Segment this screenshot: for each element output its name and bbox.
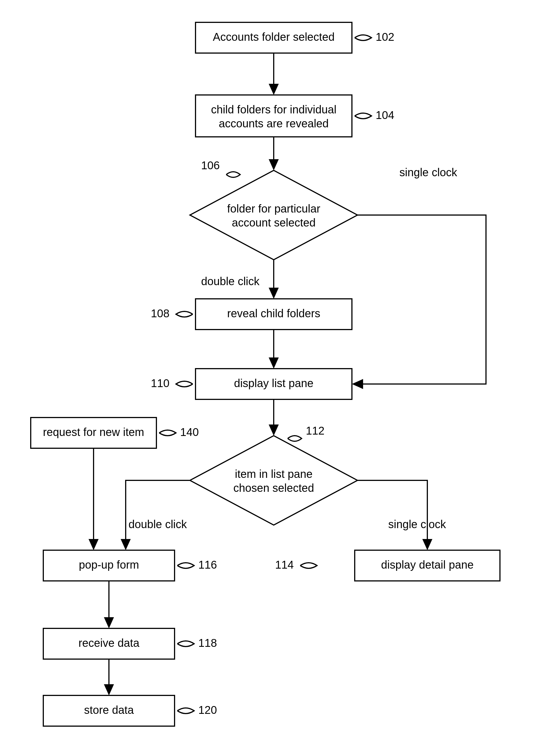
edge-112-left-label: double click — [128, 518, 187, 530]
node-104: child folders for individual accounts ar… — [195, 95, 352, 137]
callout-112: 112 — [288, 424, 325, 441]
arrow-104-106 — [269, 137, 279, 171]
callout-102: 102 — [355, 31, 395, 43]
node-114: display detail pane — [355, 550, 500, 581]
svg-marker-5 — [269, 288, 279, 299]
node-118: receive data — [43, 628, 175, 659]
arrow-118-120 — [104, 659, 114, 696]
arrow-102-104 — [269, 53, 279, 95]
callout-104: 104 — [355, 109, 395, 121]
edge-112-right-label: single clock — [388, 518, 446, 530]
arrow-106-108 — [269, 260, 279, 299]
label-104: 104 — [376, 109, 395, 121]
callout-116: 116 — [177, 559, 217, 571]
arrow-112-116 — [121, 480, 190, 550]
svg-marker-12 — [88, 539, 99, 550]
svg-marker-13 — [190, 436, 358, 525]
callout-106: 106 — [201, 159, 240, 177]
label-108: 108 — [151, 307, 170, 320]
callout-108: 108 — [151, 307, 193, 320]
arrow-110-112 — [269, 399, 279, 436]
svg-marker-15 — [121, 539, 131, 550]
label-106: 106 — [201, 159, 220, 172]
node-108: reveal child folders — [195, 299, 352, 330]
svg-marker-3 — [269, 159, 279, 171]
callout-120: 120 — [177, 704, 217, 716]
label-140: 140 — [180, 426, 199, 438]
node-140: request for new item — [31, 417, 156, 448]
node-116: pop-up form — [43, 550, 175, 581]
node-104-text-l1: child folders for individual — [211, 103, 336, 116]
node-108-text: reveal child folders — [227, 307, 320, 320]
callout-140: 140 — [159, 426, 199, 438]
edge-106-right-label: single clock — [400, 166, 457, 179]
label-102: 102 — [376, 31, 395, 43]
node-104-text-l2: accounts are revealed — [219, 117, 329, 129]
node-118-text: receive data — [78, 637, 140, 649]
edge-106-down-label: double click — [201, 275, 260, 287]
node-106: folder for particular account selected — [190, 171, 358, 260]
arrow-108-110 — [269, 330, 279, 369]
node-112-text-l1: item in list pane — [235, 468, 312, 480]
node-116-text: pop-up form — [79, 559, 139, 571]
svg-marker-6 — [352, 379, 363, 389]
node-102-text: Accounts folder selected — [213, 31, 335, 43]
node-102: Accounts folder selected — [195, 22, 352, 53]
node-110: display list pane — [195, 369, 352, 399]
svg-marker-4 — [190, 171, 358, 260]
node-112: item in list pane chosen selected — [190, 436, 358, 525]
node-120: store data — [43, 696, 175, 726]
label-116: 116 — [198, 559, 217, 571]
callout-110: 110 — [151, 377, 193, 389]
node-106-text-l2: account selected — [232, 217, 315, 229]
label-112: 112 — [306, 424, 325, 437]
node-110-text: display list pane — [234, 377, 314, 389]
arrow-106-110 — [352, 215, 486, 389]
svg-marker-20 — [104, 684, 114, 696]
node-114-text: display detail pane — [381, 559, 474, 571]
svg-rect-2 — [195, 95, 352, 137]
callout-118: 118 — [177, 637, 217, 649]
arrow-112-114 — [358, 480, 432, 550]
node-140-text: request for new item — [43, 426, 144, 438]
node-112-text-l2: chosen selected — [233, 482, 314, 494]
callout-114: 114 — [275, 559, 317, 571]
svg-marker-14 — [422, 539, 432, 550]
label-114: 114 — [275, 559, 294, 571]
label-110: 110 — [151, 377, 170, 389]
svg-marker-10 — [269, 424, 279, 436]
svg-marker-1 — [269, 84, 279, 95]
arrow-140-116 — [88, 448, 99, 550]
svg-marker-18 — [104, 617, 114, 628]
node-120-text: store data — [84, 704, 134, 716]
svg-marker-8 — [269, 358, 279, 369]
label-120: 120 — [198, 704, 217, 716]
node-106-text-l1: folder for particular — [227, 202, 320, 215]
label-118: 118 — [198, 637, 217, 649]
arrow-116-118 — [104, 581, 114, 628]
